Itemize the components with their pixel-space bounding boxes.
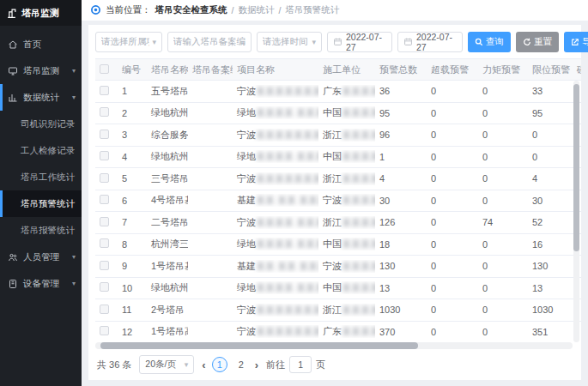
cell-moment-warnings: 0: [478, 108, 528, 118]
reset-button[interactable]: 重置: [516, 32, 559, 52]
prev-page-button[interactable]: ‹: [202, 359, 205, 371]
row-checkbox[interactable]: [100, 195, 109, 204]
sidebar-item[interactable]: 首页: [0, 31, 82, 57]
project-prefix: 宁波: [237, 326, 256, 336]
record-input-placeholder: 请输入塔吊备案编号: [173, 36, 246, 48]
vertical-scrollbar[interactable]: [573, 81, 579, 342]
cell-total-warnings: 96: [375, 130, 427, 140]
column-header: 预警总数: [375, 63, 427, 76]
search-icon: [475, 38, 483, 46]
row-checkbox[interactable]: [100, 261, 109, 270]
sidebar-item[interactable]: 人员管理▾: [0, 244, 82, 270]
cell-construction-unit: 中国某某某某某: [318, 106, 375, 119]
unit-redacted-text: 某某某某某: [342, 238, 375, 249]
search-button-label: 查询: [486, 36, 504, 48]
breadcrumb-section[interactable]: 数据统计: [238, 4, 274, 16]
sidebar-subitem[interactable]: 塔吊工作统计: [0, 164, 82, 190]
cell-crane-name: 1号塔吊高..: [147, 325, 188, 338]
calendar-icon: [333, 37, 342, 48]
cell-no: 7: [118, 217, 147, 227]
end-date-value: 2022-07-27: [416, 32, 457, 52]
export-button-label: 导出: [582, 36, 588, 48]
project-redacted-text: 某某某某某某某某某: [256, 130, 318, 140]
next-page-button[interactable]: ›: [255, 359, 258, 371]
row-checkbox[interactable]: [100, 130, 109, 139]
end-date-input[interactable]: 2022-07-27: [397, 32, 463, 52]
vertical-scrollbar-thumb[interactable]: [573, 84, 579, 251]
record-number-input[interactable]: 请输入塔吊备案编号: [167, 32, 252, 52]
row-checkbox[interactable]: [100, 282, 109, 292]
total-count: 共 36 条: [97, 359, 131, 371]
chevron-down-icon: ▾: [72, 67, 76, 75]
time-select-placeholder: 请选择时间: [263, 36, 308, 48]
cell-crane-name: 绿地杭州湾..: [147, 150, 188, 163]
sidebar-item[interactable]: 数据统计▾: [0, 84, 82, 111]
sidebar-item[interactable]: 塔吊监测▾: [0, 57, 82, 84]
cell-overload-warnings: 0: [427, 283, 478, 293]
sidebar-subitem[interactable]: 塔吊预警统计: [0, 190, 82, 217]
select-all-checkbox[interactable]: [100, 64, 109, 74]
row-checkbox[interactable]: [100, 238, 109, 248]
sidebar: 塔吊监测 首页塔吊监测▾数据统计▾司机识别记录工人检修记录塔吊工作统计塔吊预警统…: [0, 0, 82, 386]
refresh-icon: [523, 38, 531, 46]
breadcrumb-separator: /: [278, 5, 281, 15]
row-checkbox-cell: [95, 217, 118, 228]
project-select[interactable]: 请选择所属项目 ▾: [95, 32, 162, 52]
horizontal-scrollbar-thumb[interactable]: [100, 342, 418, 349]
page-size-value: 20条/页: [145, 359, 176, 371]
project-prefix: 宁波: [237, 217, 256, 227]
cell-overload-warnings: 0: [427, 217, 478, 227]
row-checkbox[interactable]: [100, 86, 109, 95]
time-select[interactable]: 请选择时间 ▾: [257, 32, 322, 52]
sidebar-subitem[interactable]: 塔吊报警统计: [0, 217, 82, 244]
cell-crane-name: 五号塔吊南..: [147, 85, 188, 98]
row-checkbox[interactable]: [100, 217, 109, 226]
sidebar-subitem[interactable]: 工人检修记录: [0, 137, 82, 164]
cell-overload-warnings: 0: [427, 86, 478, 96]
row-checkbox[interactable]: [100, 173, 109, 183]
sidebar-item-label: 数据统计: [23, 92, 59, 104]
sidebar-item-label: 首页: [23, 39, 41, 51]
table-row: 91号塔吊基座基建某某 某某 某某某某宁波某某某某某13000130: [95, 256, 581, 278]
unit-redacted-text: 某某某某某: [342, 173, 375, 184]
table-row: 112号塔吊宁波某某某某某某某某某浙江某某某某某1030001030: [95, 299, 581, 322]
export-button[interactable]: 导出: [564, 32, 588, 52]
page-button[interactable]: 1: [212, 357, 227, 372]
chevron-down-icon: ▾: [185, 360, 189, 369]
start-date-input[interactable]: 2022-07-27: [327, 32, 392, 52]
sidebar-item[interactable]: 设备管理▾: [0, 270, 82, 297]
breadcrumb-label: 当前位置：: [106, 4, 151, 16]
horizontal-scrollbar[interactable]: [95, 342, 573, 349]
cell-total-warnings: 130: [375, 261, 427, 271]
goto-page-input[interactable]: [289, 356, 312, 373]
project-redacted-text: 某某某某 某某某某: [256, 282, 318, 293]
page-size-select[interactable]: 20条/页 ▾: [139, 355, 194, 374]
project-redacted-text: 某某某某 某某某 某某: [256, 217, 318, 227]
cell-moment-warnings: 0: [478, 196, 528, 206]
cell-no: 5: [118, 173, 147, 184]
row-checkbox-cell: [95, 151, 118, 162]
row-checkbox[interactable]: [100, 151, 109, 160]
cell-project-name: 宁波某某某某某某某 某某: [233, 325, 318, 338]
cell-construction-unit: 宁波某某某某某: [318, 194, 375, 207]
row-checkbox[interactable]: [100, 326, 109, 335]
cell-crane-name: 4号塔吊基座: [147, 194, 188, 207]
search-button[interactable]: 查询: [468, 32, 511, 52]
column-header: 施工单位: [318, 63, 375, 76]
breadcrumb-system: 塔吊安全检查系统: [155, 4, 227, 16]
sidebar-item-label: 司机识别记录: [21, 118, 75, 130]
page-button[interactable]: 2: [233, 357, 249, 372]
cell-limit-warnings: 30: [528, 196, 573, 206]
project-redacted-text: 某某某某某某某 某某: [256, 326, 318, 336]
sidebar-subitem[interactable]: 司机识别记录: [0, 111, 82, 137]
row-checkbox[interactable]: [100, 305, 109, 314]
cell-moment-warnings: 0: [478, 239, 528, 250]
table-row: 121号塔吊高..宁波某某某某某某某 某某广东某某某某某37000351: [95, 322, 581, 343]
project-redacted-text: 某某某某某某某某某: [256, 86, 318, 96]
pager: ‹ 12 ›: [202, 357, 258, 372]
row-checkbox[interactable]: [100, 107, 109, 117]
project-prefix: 基建: [237, 195, 256, 205]
warning-table: 编号塔吊名称塔吊备案编号项目名称施工单位预警总数超载预警力矩预警限位预警碰撞预警…: [95, 58, 581, 342]
cell-construction-unit: 中国某某某某某: [318, 238, 375, 250]
chevron-down-icon: ▾: [312, 38, 316, 46]
